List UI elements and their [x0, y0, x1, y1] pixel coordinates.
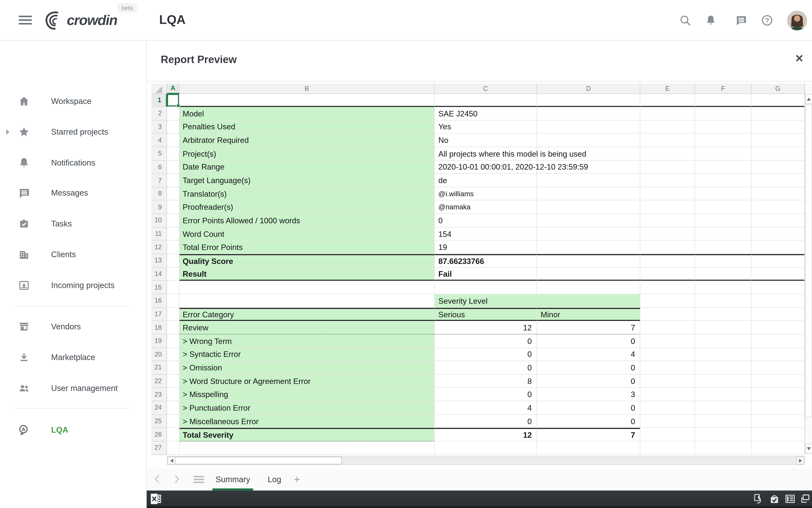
scroll-down-button[interactable] [805, 443, 812, 454]
cell-F25[interactable] [695, 415, 752, 428]
cell-E5[interactable] [640, 147, 695, 161]
cell-G8[interactable] [752, 187, 805, 201]
cell-G12[interactable] [752, 241, 805, 254]
cell-F26[interactable] [695, 428, 752, 441]
cell-B19[interactable]: > Wrong Term [179, 334, 435, 348]
cell-A13[interactable] [167, 254, 179, 267]
cell-G18[interactable] [752, 321, 805, 334]
cell-B3[interactable]: Penalties Used [179, 120, 435, 134]
cell-B7[interactable]: Target Language(s) [179, 174, 435, 187]
messages-icon[interactable] [735, 14, 747, 27]
cell-E10[interactable] [640, 214, 695, 227]
popout-window-icon[interactable] [800, 494, 810, 504]
cell-C12[interactable]: 19 [435, 241, 537, 254]
row-header-24[interactable]: 24 [152, 401, 167, 415]
col-header-B[interactable]: B [179, 83, 435, 94]
cell-F3[interactable] [695, 120, 752, 134]
cell-B2[interactable]: Model [179, 107, 435, 120]
cell-E4[interactable] [640, 134, 695, 147]
cell-D22[interactable]: 0 [537, 375, 640, 388]
row-header-19[interactable]: 19 [152, 334, 167, 348]
cell-E27[interactable] [640, 441, 695, 455]
cell-B8[interactable]: Translator(s) [179, 187, 435, 201]
tabs-next-icon[interactable] [174, 474, 180, 484]
row-header-3[interactable]: 3 [152, 120, 167, 134]
cell-G21[interactable] [752, 361, 805, 374]
sidebar-item-marketplace[interactable]: Marketplace [0, 346, 146, 369]
cell-G13[interactable] [752, 254, 805, 267]
cell-G22[interactable] [752, 375, 805, 388]
cell-F10[interactable] [695, 214, 752, 227]
cell-E16[interactable] [640, 294, 695, 307]
cell-G2[interactable] [752, 107, 805, 120]
horizontal-scrollbar[interactable] [167, 456, 805, 465]
row-header-11[interactable]: 11 [152, 227, 167, 241]
cell-A23[interactable] [167, 388, 179, 401]
user-avatar[interactable] [787, 10, 807, 31]
row-header-2[interactable]: 2 [152, 107, 167, 120]
cell-C5[interactable]: All projects where this model is being u… [435, 147, 537, 161]
cell-F18[interactable] [695, 321, 752, 334]
cell-G10[interactable] [752, 214, 805, 227]
cell-G25[interactable] [752, 415, 805, 428]
row-header-27[interactable]: 27 [152, 441, 167, 455]
layout-list-icon[interactable] [785, 494, 795, 504]
cell-A11[interactable] [167, 227, 179, 241]
row-header-9[interactable]: 9 [152, 201, 167, 214]
cell-E13[interactable] [640, 254, 695, 267]
cell-C20[interactable]: 0 [435, 348, 537, 361]
cell-A1[interactable] [167, 94, 179, 107]
col-header-E[interactable]: E [640, 83, 695, 94]
cell-B15[interactable] [179, 281, 435, 294]
cell-C8[interactable]: @i.williams [435, 187, 537, 201]
cell-G1[interactable] [752, 94, 805, 107]
cell-A21[interactable] [167, 361, 179, 374]
cell-A2[interactable] [167, 107, 179, 120]
cell-E3[interactable] [640, 120, 695, 134]
cell-G26[interactable] [752, 428, 805, 441]
tab-summary[interactable]: Summary [212, 469, 253, 491]
cell-E1[interactable] [640, 94, 695, 107]
sidebar-item-tasks[interactable]: Tasks [0, 212, 146, 235]
cell-C24[interactable]: 4 [435, 401, 537, 415]
cell-C18[interactable]: 12 [435, 321, 537, 334]
cell-B18[interactable]: Review [179, 321, 435, 334]
cell-F19[interactable] [695, 334, 752, 348]
col-header-D[interactable]: D [537, 83, 640, 94]
tabs-prev-icon[interactable] [154, 474, 160, 484]
cell-B4[interactable]: Arbitrator Required [179, 134, 435, 147]
cell-A26[interactable] [167, 428, 179, 441]
row-header-14[interactable]: 14 [152, 267, 167, 281]
cell-E14[interactable] [640, 267, 695, 281]
cell-A7[interactable] [167, 174, 179, 187]
cell-F12[interactable] [695, 241, 752, 254]
cell-B20[interactable]: > Syntactic Error [179, 348, 435, 361]
cell-C21[interactable]: 0 [435, 361, 537, 374]
row-header-21[interactable]: 21 [152, 361, 167, 374]
row-header-8[interactable]: 8 [152, 187, 167, 201]
cell-F7[interactable] [695, 174, 752, 187]
cell-F16[interactable] [695, 294, 752, 307]
cell-D4[interactable] [537, 134, 640, 147]
cell-C6[interactable]: 2020-10-01 00:00:01, 2020-12-10 23:59:59 [435, 161, 537, 174]
row-header-12[interactable]: 12 [152, 241, 167, 254]
horizontal-scroll-thumb[interactable] [175, 457, 342, 464]
help-icon[interactable]: ? [761, 14, 773, 27]
cell-C1[interactable] [435, 94, 537, 107]
cell-E25[interactable] [640, 415, 695, 428]
cell-B12[interactable]: Total Error Points [179, 241, 435, 254]
close-icon[interactable]: ✕ [795, 53, 804, 64]
cell-F23[interactable] [695, 388, 752, 401]
cell-C27[interactable] [435, 441, 537, 455]
cell-A10[interactable] [167, 214, 179, 227]
row-header-10[interactable]: 10 [152, 214, 167, 227]
notifications-bell-icon[interactable] [704, 14, 717, 27]
row-header-7[interactable]: 7 [152, 174, 167, 187]
cell-D2[interactable] [537, 107, 640, 120]
cell-G11[interactable] [752, 227, 805, 241]
cell-D15[interactable] [537, 281, 640, 294]
scroll-up-button[interactable] [805, 94, 812, 104]
cell-G6[interactable] [752, 161, 805, 174]
cell-A17[interactable] [167, 308, 179, 321]
cell-B5[interactable]: Project(s) [179, 147, 435, 161]
